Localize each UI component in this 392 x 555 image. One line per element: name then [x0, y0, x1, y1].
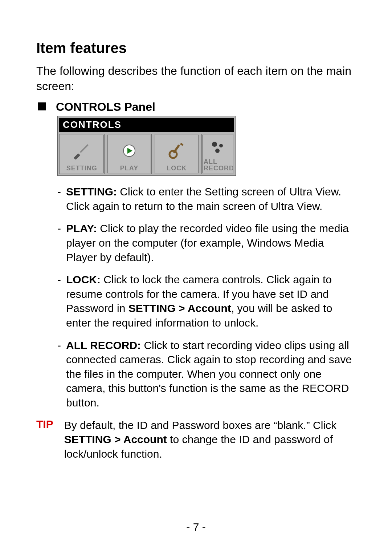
controls-all-record-label: ALL RECORD: [203, 158, 233, 171]
tip-body: By default, the ID and Password boxes ar…: [64, 418, 356, 461]
svg-rect-0: [74, 153, 80, 160]
play-icon: [109, 137, 150, 165]
description-list: - SETTING: Click to enter the Setting sc…: [57, 185, 356, 410]
dash-icon: -: [57, 272, 61, 330]
controls-panel-graphic: CONTROLS SETTING PLAY: [57, 116, 236, 176]
tip-row: TIP By default, the ID and Password boxe…: [36, 418, 356, 461]
tip-bold: SETTING > Account: [64, 433, 167, 445]
svg-point-8: [219, 144, 223, 147]
controls-play-button[interactable]: PLAY: [107, 134, 152, 174]
controls-all-record-button[interactable]: ALL RECORD: [201, 134, 234, 174]
svg-point-9: [215, 149, 220, 153]
svg-rect-1: [80, 144, 89, 153]
controls-title: CONTROLS: [58, 116, 236, 132]
dash-icon: -: [57, 338, 61, 410]
page-number: - 7 -: [0, 521, 392, 533]
desc-play-body: PLAY: Click to play the recorded video f…: [66, 221, 356, 264]
key-icon: [156, 137, 197, 165]
desc-play-text: Click to play the recorded video file us…: [66, 222, 349, 263]
desc-setting-body: SETTING: Click to enter the Setting scre…: [66, 185, 356, 213]
desc-lock-body: LOCK: Click to lock the camera controls.…: [66, 272, 356, 330]
heading-item-features: Item features: [36, 40, 356, 56]
desc-allrecord-term: ALL RECORD:: [66, 339, 141, 351]
square-bullet-icon: [38, 102, 46, 110]
intro-text: The following describes the function of …: [36, 64, 356, 94]
desc-lock-term: LOCK:: [66, 274, 101, 285]
bullet-controls-panel: CONTROLS Panel: [36, 100, 356, 114]
dash-icon: -: [57, 221, 61, 264]
tip-label: TIP: [36, 418, 53, 461]
screwdriver-icon: [61, 137, 103, 165]
controls-setting-button[interactable]: SETTING: [59, 134, 105, 174]
document-page: Item features The following describes th…: [0, 0, 392, 555]
record-dots-icon: [203, 137, 232, 158]
desc-setting-term: SETTING:: [66, 186, 117, 198]
controls-play-label: PLAY: [120, 165, 138, 171]
controls-panel-label: CONTROLS Panel: [56, 100, 155, 114]
desc-play-term: PLAY:: [66, 222, 97, 234]
desc-setting: - SETTING: Click to enter the Setting sc…: [57, 185, 356, 213]
dash-icon: -: [57, 185, 61, 213]
svg-point-7: [212, 142, 217, 147]
desc-allrecord-body: ALL RECORD: Click to start recording vid…: [66, 338, 356, 410]
desc-lock-bold: SETTING > Account: [128, 302, 231, 314]
desc-allrecord: - ALL RECORD: Click to start recording v…: [57, 338, 356, 410]
svg-rect-6: [180, 143, 183, 146]
controls-icon-row: SETTING PLAY: [58, 132, 236, 175]
desc-play: - PLAY: Click to play the recorded video…: [57, 221, 356, 264]
controls-lock-button[interactable]: LOCK: [154, 134, 199, 174]
tip-pre: By default, the ID and Password boxes ar…: [64, 419, 336, 431]
controls-setting-label: SETTING: [66, 165, 97, 171]
controls-lock-label: LOCK: [167, 165, 187, 171]
desc-lock: - LOCK: Click to lock the camera control…: [57, 272, 356, 330]
